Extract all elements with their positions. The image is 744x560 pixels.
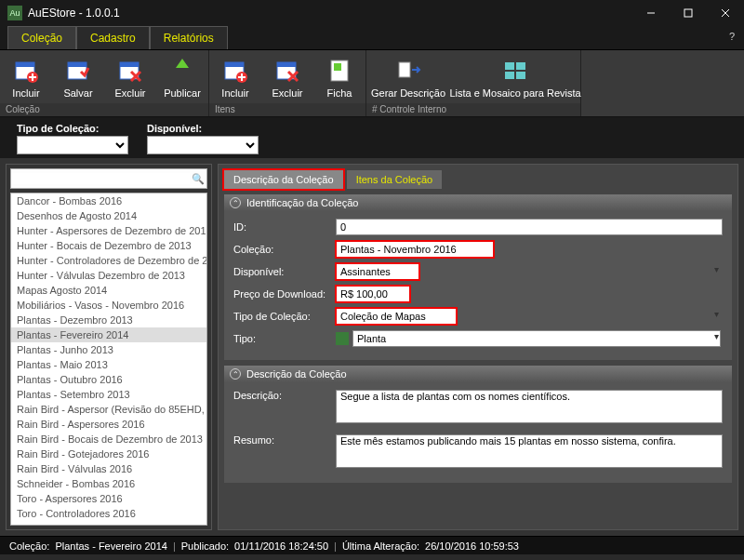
id-field[interactable] — [336, 219, 723, 235]
list-item[interactable]: Plantas - Maio 2013 — [11, 357, 206, 372]
disponivel-label: Disponível: — [233, 266, 326, 277]
list-item[interactable]: Hunter - Válvulas Dezembro de 2013 — [11, 268, 206, 283]
delete-icon — [272, 56, 302, 86]
ribbon-btn-gerar-descrição[interactable]: Gerar Descrição — [366, 54, 450, 100]
add-icon — [11, 56, 41, 86]
ribbon-btn-ficha[interactable]: Ficha — [313, 54, 365, 100]
titlebar: Au AuEStore - 1.0.0.1 — [0, 0, 744, 26]
ficha-icon — [325, 56, 354, 86]
svg-rect-10 — [68, 62, 86, 67]
help-button[interactable]: ? — [729, 31, 735, 42]
ribbon-btn-incluir[interactable]: Incluir — [209, 54, 261, 100]
preco-field[interactable] — [336, 286, 410, 302]
ribbon-btn-label: Publicar — [164, 87, 201, 99]
tipocol-select[interactable] — [336, 308, 457, 325]
ribbon-btn-incluir[interactable]: Incluir — [0, 54, 52, 100]
minimize-icon — [646, 8, 656, 18]
filter-tipo-label: Tipo de Coleção: — [17, 123, 128, 134]
ribbon-group-caption: # Controle Interno — [366, 103, 580, 116]
svg-rect-21 — [277, 62, 296, 67]
svg-rect-12 — [120, 62, 139, 67]
id-label: ID: — [233, 221, 326, 233]
list-item[interactable]: Plantas - Setembro 2013 — [11, 387, 206, 402]
list-item[interactable]: Hunter - Aspersores de Dezembro de 2013 — [11, 223, 206, 238]
list-item[interactable]: Rain Bird - Gotejadores 2016 — [11, 447, 206, 461]
collection-list[interactable]: Dancor - Bombas 2016Desenhos de Agosto 2… — [10, 193, 207, 526]
status-publicado-value: 01/11/2016 18:24:50 — [234, 540, 328, 552]
section-identificacao: ⌃ Identificação da Coleção ID: Coleção: … — [224, 194, 732, 360]
main-panel: Descrição da Coleção Itens da Coleção ⌃ … — [218, 164, 738, 530]
minimize-button[interactable] — [632, 0, 670, 26]
resumo-textarea[interactable] — [336, 434, 723, 468]
svg-rect-29 — [505, 72, 514, 79]
list-item[interactable]: Plantas - Outubro 2016 — [11, 372, 206, 387]
svg-rect-1 — [684, 9, 692, 17]
collapse-icon[interactable]: ⌃ — [230, 368, 241, 380]
list-item[interactable]: Schneider - Bombas 2016 — [11, 476, 206, 491]
content: 🔍 Dancor - Bombas 2016Desenhos de Agosto… — [0, 158, 744, 536]
descricao-textarea[interactable] — [336, 390, 723, 423]
ribbon: IncluirSalvarExcluirPublicarColeçãoInclu… — [0, 50, 744, 117]
list-item[interactable]: Toro - Controladores 2016 — [11, 506, 206, 521]
app-icon: Au — [7, 6, 22, 20]
close-icon — [721, 8, 730, 18]
maximize-icon — [684, 8, 693, 18]
disponivel-select[interactable] — [336, 263, 419, 280]
list-item[interactable]: Rain Bird - Válvulas 2016 — [11, 461, 206, 476]
ribbon-btn-publicar[interactable]: Publicar — [156, 54, 208, 100]
collapse-icon[interactable]: ⌃ — [230, 197, 241, 208]
publish-icon — [167, 56, 197, 86]
ribbon-btn-label: Ficha — [327, 87, 352, 99]
tab-relatorios[interactable]: Relatórios — [150, 26, 228, 49]
search-row: 🔍 — [10, 168, 207, 189]
list-item[interactable]: Toro - Aspersores 2016 — [11, 491, 206, 506]
list-item[interactable]: Mobiliários - Vasos - Novembro 2016 — [11, 298, 206, 313]
list-item[interactable]: Hunter - Controladores de Dezembro de 20… — [11, 253, 206, 268]
list-item[interactable]: Mapas Agosto 2014 — [11, 283, 206, 298]
search-icon[interactable]: 🔍 — [190, 173, 206, 185]
panel-tab-itens[interactable]: Itens da Coleção — [347, 170, 443, 189]
descricao-label: Descrição: — [233, 390, 326, 401]
search-input[interactable] — [11, 173, 190, 184]
svg-rect-5 — [16, 62, 34, 67]
tipo-label: Tipo: — [233, 333, 326, 344]
status-alteracao-label: Última Alteração: — [342, 540, 419, 552]
ribbon-btn-salvar[interactable]: Salvar — [52, 54, 104, 100]
ribbon-btn-excluir[interactable]: Excluir — [104, 54, 156, 100]
tipo-select[interactable] — [352, 330, 721, 347]
svg-rect-30 — [516, 72, 525, 79]
status-publicado-label: Publicado: — [181, 540, 229, 552]
list-item[interactable]: Plantas - Dezembro 2013 — [11, 313, 206, 327]
svg-rect-16 — [225, 62, 244, 67]
list-item[interactable]: Desenhos de Agosto 2014 — [11, 208, 206, 223]
window-title: AuEStore - 1.0.0.1 — [28, 7, 632, 20]
list-item[interactable]: Dancor - Bombas 2016 — [11, 193, 206, 208]
section-descricao: ⌃ Descrição da Coleção Descrição: Resumo… — [224, 366, 732, 483]
list-item[interactable]: Rain Bird - Aspersores 2016 — [11, 417, 206, 432]
ribbon-btn-excluir[interactable]: Excluir — [261, 54, 313, 100]
ribbon-group: IncluirExcluirFichaItens — [209, 50, 366, 116]
maximize-button[interactable] — [670, 0, 707, 26]
statusbar: Coleção: Plantas - Fevereiro 2014 | Publ… — [0, 536, 744, 554]
list-item[interactable]: Rain Bird - Bocais de Dezembro de 2013 — [11, 432, 206, 447]
tab-cadastro[interactable]: Cadastro — [76, 26, 150, 49]
filter-row: Tipo de Coleção: Disponível: — [0, 117, 744, 158]
list-item[interactable]: Hunter - Bocais de Dezembro de 2013 — [11, 238, 206, 253]
list-item[interactable]: Plantas - Fevereiro 2014 — [11, 327, 206, 342]
ribbon-group-caption: Coleção — [0, 103, 208, 116]
tab-colecao[interactable]: Coleção — [7, 26, 76, 49]
ribbon-btn-label: Excluir — [272, 87, 302, 99]
ribbon-btn-label: Lista e Mosaico para Revista — [449, 87, 580, 99]
filter-disponivel-select[interactable] — [147, 136, 259, 154]
ribbon-btn-lista-e-mosaico-para-revista[interactable]: Lista e Mosaico para Revista — [450, 54, 580, 100]
list-item[interactable]: Plantas - Junho 2013 — [11, 342, 206, 357]
list-item[interactable]: Rain Bird - Aspersor (Revisão do 85EHD, … — [11, 402, 206, 417]
filter-tipo-select[interactable] — [17, 136, 128, 154]
preco-label: Preço de Download: — [233, 288, 326, 300]
panel-tab-descricao[interactable]: Descrição da Coleção — [224, 170, 343, 189]
delete-icon — [115, 56, 145, 86]
status-colecao-value: Plantas - Fevereiro 2014 — [55, 540, 166, 552]
close-button[interactable] — [707, 0, 744, 26]
ribbon-btn-label: Incluir — [12, 87, 39, 99]
colecao-field[interactable] — [336, 241, 494, 258]
